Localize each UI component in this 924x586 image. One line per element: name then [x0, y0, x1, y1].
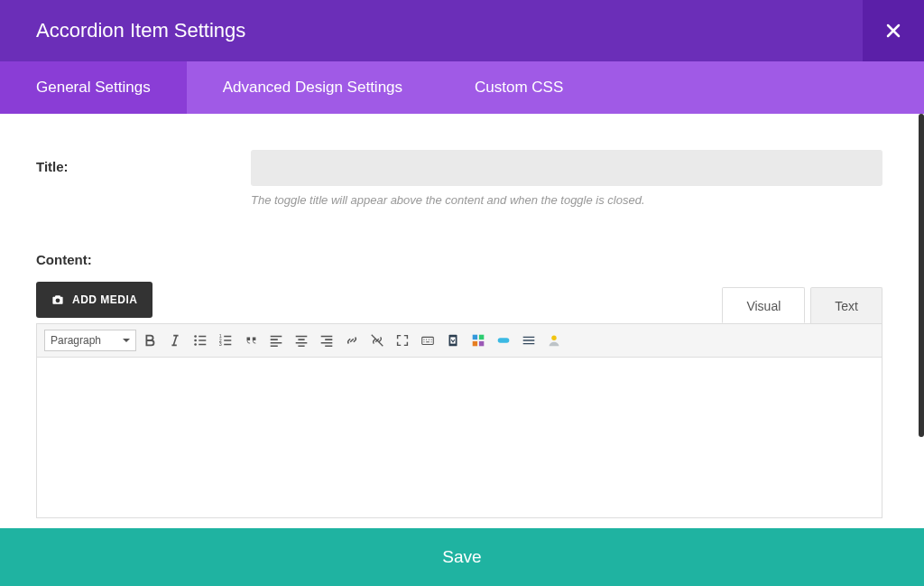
svg-text:3: 3 — [219, 341, 222, 347]
title-help-text: The toggle title will appear above the c… — [251, 193, 882, 207]
align-left-icon — [268, 332, 284, 349]
svg-point-1 — [194, 340, 197, 342]
editor-tab-visual[interactable]: Visual — [722, 287, 805, 323]
title-input-wrap — [251, 150, 882, 186]
numbered-list-button[interactable]: 123 — [214, 330, 237, 351]
editor-mode-tabs: Visual Text — [722, 287, 882, 323]
content-label: Content: — [36, 252, 882, 267]
panel-scrollbar[interactable] — [919, 114, 924, 528]
align-center-button[interactable] — [290, 330, 313, 351]
modal-title: Accordion Item Settings — [36, 19, 245, 42]
bulleted-list-button[interactable] — [189, 330, 212, 351]
link-icon — [344, 332, 360, 349]
save-button[interactable]: Save — [0, 528, 924, 586]
paste-word-button[interactable] — [441, 330, 465, 351]
horizontal-rule-button[interactable] — [517, 330, 541, 351]
insert-user-button[interactable] — [542, 330, 566, 351]
close-button[interactable] — [863, 0, 924, 61]
keyboard-icon — [420, 332, 436, 349]
svg-rect-6 — [422, 337, 434, 344]
blockquote-button[interactable] — [239, 330, 263, 351]
hr-icon — [521, 332, 537, 349]
quote-icon — [243, 332, 259, 349]
content-editor-body[interactable] — [36, 358, 882, 518]
editor-toolbar: Paragraph 123 — [36, 323, 882, 358]
list-ul-icon — [192, 332, 208, 349]
italic-button[interactable] — [163, 330, 187, 351]
content-editor: Visual Text Paragraph 123 — [36, 323, 882, 518]
paragraph-format-select[interactable]: Paragraph — [44, 330, 136, 351]
title-label: Title: — [36, 150, 251, 174]
italic-icon — [167, 332, 183, 349]
svg-point-2 — [194, 343, 197, 346]
unlink-icon — [369, 332, 385, 349]
svg-point-0 — [194, 335, 197, 338]
editor-tab-text[interactable]: Text — [810, 287, 882, 323]
toolbar-toggle-button[interactable] — [416, 330, 439, 351]
tab-custom-css[interactable]: Custom CSS — [439, 61, 599, 114]
insert-shortcode-button[interactable] — [467, 330, 490, 351]
svg-rect-12 — [479, 341, 484, 346]
camera-icon — [51, 293, 65, 307]
svg-point-14 — [551, 336, 556, 340]
align-right-icon — [319, 332, 335, 349]
tab-bar: General Settings Advanced Design Setting… — [0, 61, 924, 114]
svg-rect-13 — [498, 338, 510, 342]
title-field-row: Title: — [36, 150, 882, 186]
bold-icon — [142, 332, 158, 349]
add-media-button[interactable]: ADD MEDIA — [36, 282, 152, 318]
tab-advanced-design-settings[interactable]: Advanced Design Settings — [187, 61, 439, 114]
list-ol-icon: 123 — [217, 332, 234, 349]
align-left-button[interactable] — [264, 330, 288, 351]
blocks-icon — [470, 332, 486, 349]
fullscreen-icon — [394, 332, 411, 349]
fullscreen-button[interactable] — [391, 330, 414, 351]
modal-header: Accordion Item Settings — [0, 0, 924, 61]
close-icon — [886, 23, 901, 38]
scrollbar-thumb[interactable] — [919, 114, 924, 437]
title-input[interactable] — [251, 150, 882, 186]
svg-rect-10 — [479, 335, 484, 340]
tab-general-settings[interactable]: General Settings — [0, 61, 187, 114]
bold-button[interactable] — [138, 330, 162, 351]
settings-panel: Title: The toggle title will appear abov… — [0, 114, 919, 528]
user-icon — [546, 332, 562, 349]
save-button-label: Save — [442, 547, 481, 567]
align-right-button[interactable] — [315, 330, 338, 351]
insert-link-button[interactable] — [340, 330, 364, 351]
align-center-icon — [293, 332, 310, 349]
svg-rect-11 — [473, 341, 477, 346]
clipboard-icon — [445, 332, 461, 349]
remove-link-button[interactable] — [365, 330, 389, 351]
linkbox-icon — [495, 332, 512, 349]
add-media-label: ADD MEDIA — [72, 293, 138, 306]
svg-rect-9 — [473, 335, 477, 340]
insert-linkbox-button[interactable] — [492, 330, 515, 351]
